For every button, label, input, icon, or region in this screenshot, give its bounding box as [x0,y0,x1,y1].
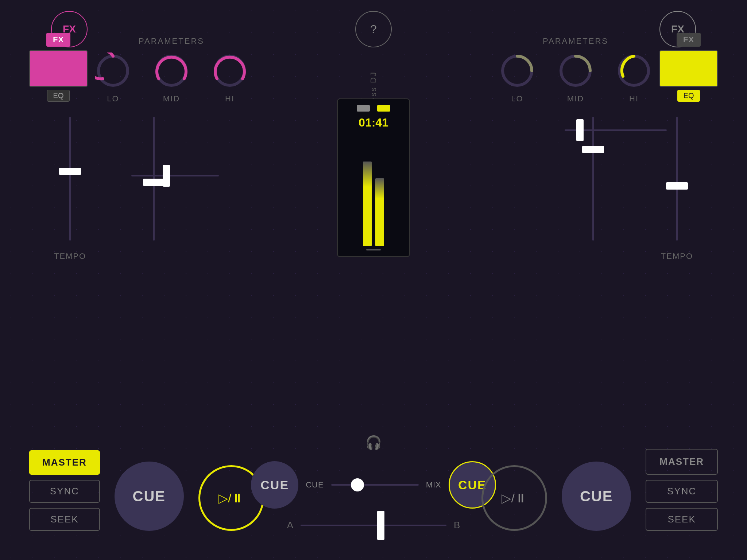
right-lo-knob-container: LO [499,52,535,104]
left-eq-display [29,50,88,87]
right-eq-label[interactable]: EQ [677,90,700,102]
left-mid-knob-container: MID [153,52,190,104]
left-tempo-slider[interactable] [69,117,71,241]
left-hi-knob[interactable] [212,52,248,89]
right-mid-label: MID [567,94,584,104]
left-button-column: MASTER SYNC SEEK [29,450,100,531]
playhead [366,249,381,250]
left-params-label: PARAMETERS [139,36,204,46]
left-mid-label: MID [163,94,180,104]
mixer-display: 01:41 [337,98,410,257]
left-play-label: ▷/⏸ [218,491,244,505]
left-hi-label: HI [225,94,235,104]
right-h-fader[interactable] [565,129,667,131]
right-channel-fader[interactable] [592,117,594,241]
svg-point-5 [619,56,649,85]
left-eq-label[interactable]: EQ [47,90,70,102]
crossfade-b-label: B [454,520,460,531]
right-sync-button[interactable]: SYNC [646,480,718,503]
right-fx-tag[interactable]: FX [677,33,701,47]
right-button-column: MASTER SYNC SEEK [646,449,718,531]
right-eq-display [659,50,718,87]
left-hi-knob-container: HI [212,52,248,104]
left-channel-fader[interactable] [153,117,155,241]
vu-right [375,178,384,246]
left-h-fader[interactable] [131,175,219,176]
link-icon [357,105,370,112]
help-label: ? [370,23,377,36]
left-seek-button[interactable]: SEEK [29,508,100,531]
right-h-fader-container [565,129,667,131]
right-hi-knob[interactable] [616,52,652,89]
right-mid-knob-container: MID [557,52,594,104]
right-hi-label: HI [629,94,639,104]
battery-icon [377,105,390,112]
right-tempo-slider[interactable] [676,117,678,241]
right-hi-knob-container: HI [616,52,652,104]
mixer-time: 01:41 [359,116,388,129]
left-master-button[interactable]: MASTER [29,450,100,475]
help-button[interactable]: ? [355,11,392,47]
right-mid-knob[interactable] [557,52,594,89]
right-tempo-label: TEMPO [661,252,693,261]
center-cue-left-button[interactable]: CUE [251,461,298,509]
left-cue-label: CUE [133,488,166,505]
center-cue-left-label: CUE [260,478,289,492]
left-h-fader-container [131,175,219,176]
left-fx-tag[interactable]: FX [46,33,70,47]
right-seek-button[interactable]: SEEK [646,508,718,531]
svg-point-0 [98,56,128,85]
crossfader-row: A B [287,520,460,531]
cue-mix-slider[interactable] [331,484,419,486]
vu-left [363,162,372,246]
right-params-label: PARAMETERS [543,36,608,46]
left-lo-knob[interactable] [95,52,131,89]
left-lo-label: LO [107,94,119,104]
right-lo-label: LO [511,94,523,104]
right-cue-label: CUE [580,488,613,505]
right-play-label: ▷/⏸ [502,491,527,505]
crossfader[interactable] [301,525,446,526]
left-lo-knob-container: LO [95,52,131,104]
right-lo-knob[interactable] [499,52,535,89]
crossfade-a-label: A [287,520,293,531]
mix-text: MIX [426,480,441,490]
right-master-button[interactable]: MASTER [646,449,718,475]
left-sync-button[interactable]: SYNC [29,480,100,503]
headphone-icon: 🎧 [365,435,382,450]
left-mid-knob[interactable] [153,52,190,89]
right-cue-button[interactable]: CUE [562,462,631,531]
cue-mix-row: CUE CUE MIX CUE [251,461,496,509]
left-tempo-label: TEMPO [54,252,86,261]
cue-text: CUE [306,480,324,490]
left-cue-button[interactable]: CUE [115,462,184,531]
right-play-button[interactable]: ▷/⏸ [481,465,547,531]
